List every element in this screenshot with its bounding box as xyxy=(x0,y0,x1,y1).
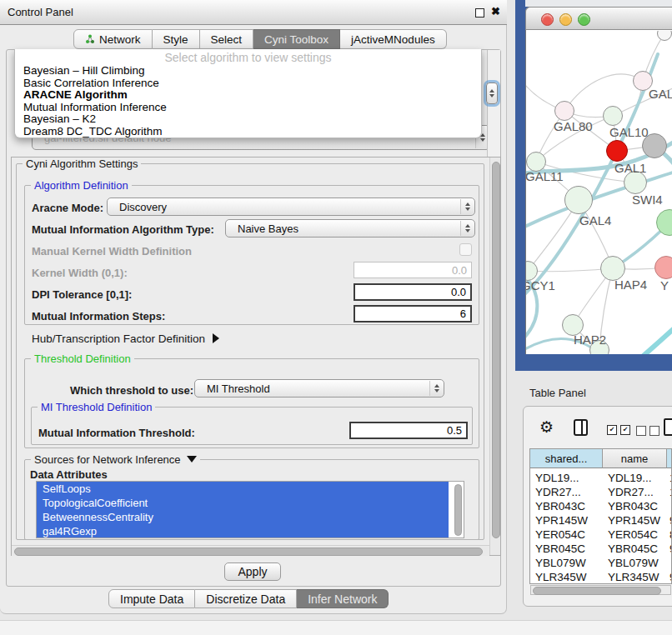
list-item[interactable]: SelfLoops xyxy=(37,482,449,496)
checked-boxes-icon[interactable]: ✔✔ xyxy=(607,425,630,435)
table-row[interactable]: YIL052CYIL052C9 xyxy=(530,579,672,584)
control-panel-window: Control Panel ✖ Network Style Select Cyn… xyxy=(0,0,507,614)
network-window-titlebar[interactable] xyxy=(525,7,672,30)
table-row[interactable]: YBL079WYBL079W xyxy=(530,556,672,570)
manual-kernel-checkbox[interactable] xyxy=(459,243,472,256)
status-strip xyxy=(0,620,672,635)
dropdown-item[interactable]: Basic Correlation Inference xyxy=(15,78,481,90)
table-panel-title: Table Panel xyxy=(529,387,586,399)
tab-network[interactable]: Network xyxy=(73,29,153,49)
settings-vertical-scrollbar[interactable] xyxy=(489,158,500,555)
node-label: GAL80 xyxy=(554,119,593,133)
node-label: HAP2 xyxy=(574,332,606,347)
mi-steps-field[interactable]: 6 xyxy=(354,305,472,322)
column-header-partial[interactable] xyxy=(667,449,672,468)
hub-definition-section[interactable]: Hub/Transcription Factor Definition xyxy=(32,332,219,345)
minimize-traffic-icon[interactable] xyxy=(559,13,572,26)
unchecked-boxes-icon[interactable] xyxy=(636,426,659,436)
desktop-top-strip xyxy=(525,0,672,7)
dropdown-placeholder: Select algorithm to view settings xyxy=(15,49,481,65)
list-scrollbar-thumb[interactable] xyxy=(454,484,462,536)
group-title: Threshold Definition xyxy=(31,352,134,365)
node-label: GAL1 xyxy=(614,161,646,175)
which-threshold-label: Which threshold to use: xyxy=(70,384,193,397)
node-label: SWI4 xyxy=(632,192,663,207)
network-node[interactable] xyxy=(564,186,593,214)
dropdown-item[interactable]: Mutual Information Inference xyxy=(15,102,481,114)
list-item[interactable]: TopologicalCoefficient xyxy=(37,496,449,510)
data-attributes-list[interactable]: SelfLoops TopologicalCoefficient Between… xyxy=(36,481,464,538)
scrollbar-thumb[interactable] xyxy=(533,587,661,595)
table-row[interactable]: YBR045CYBR045C9. xyxy=(530,542,672,556)
list-item[interactable]: gal4RGexp xyxy=(37,524,449,538)
network-node-selected[interactable] xyxy=(606,140,628,162)
column-header-shared-name[interactable]: shared... xyxy=(530,449,603,468)
group-title: Cyni Algorithm Settings xyxy=(23,158,141,170)
table-row[interactable]: YER054CYER054C8. xyxy=(530,528,672,542)
tab-impute-data[interactable]: Impute Data xyxy=(108,589,195,608)
sources-group-title[interactable]: Sources for Network Inference xyxy=(31,453,200,466)
mi-threshold-label: Mutual Information Threshold: xyxy=(38,427,195,439)
list-item[interactable]: BetweennessCentrality xyxy=(37,510,449,524)
node-label: HAP4 xyxy=(614,278,647,292)
manual-kernel-label: Manual Kernel Width Definition xyxy=(32,245,192,258)
combo-stepper-icon xyxy=(460,221,474,236)
gear-icon[interactable]: ⚙ xyxy=(539,418,554,437)
bottom-tab-bar: Impute Data Discretize Data Infer Networ… xyxy=(108,589,389,608)
network-node[interactable] xyxy=(654,256,672,279)
group-title: MI Threshold Definition xyxy=(38,401,155,413)
close-icon[interactable]: ✖ xyxy=(491,5,500,18)
split-pane-icon[interactable] xyxy=(574,419,588,436)
tab-discretize-data[interactable]: Discretize Data xyxy=(195,589,297,608)
dropdown-item-selected[interactable]: ARACNE Algorithm xyxy=(15,89,481,102)
tab-jactivemnodules[interactable]: jActiveMNodules xyxy=(340,29,447,49)
top-tab-bar: Network Style Select Cyni Toolbox jActiv… xyxy=(73,29,447,49)
focused-combo-stepper[interactable] xyxy=(486,82,498,104)
apply-button[interactable]: Apply xyxy=(224,562,281,581)
node-label: GCY1 xyxy=(526,278,555,292)
mi-type-combo[interactable]: Naive Bayes xyxy=(225,219,475,238)
network-node[interactable] xyxy=(603,106,623,126)
window-title: Control Panel xyxy=(8,6,73,18)
document-icon[interactable] xyxy=(664,418,672,436)
settings-horizontal-scrollbar[interactable] xyxy=(12,545,489,556)
close-traffic-icon[interactable] xyxy=(541,13,554,26)
table-row[interactable]: YDR27...YDR27...12 xyxy=(530,485,672,499)
dpi-tolerance-field[interactable]: 0.0 xyxy=(354,283,472,301)
network-node[interactable] xyxy=(554,101,574,121)
combo-stepper-icon xyxy=(460,199,474,214)
which-threshold-combo[interactable]: MI Threshold xyxy=(194,379,444,398)
table-row[interactable]: YPR145WYPR145W9. xyxy=(530,513,672,528)
tab-style[interactable]: Style xyxy=(153,29,200,49)
dropdown-item[interactable]: Bayesian – K2 xyxy=(15,113,481,126)
dropdown-item[interactable]: Dream8 DC_TDC Algorithm xyxy=(15,126,481,138)
algorithm-dropdown-list: Select algorithm to view settings Bayesi… xyxy=(14,49,482,138)
collapse-arrow-icon[interactable] xyxy=(187,456,197,462)
aracne-mode-label: Aracne Mode: xyxy=(32,202,103,214)
node-table[interactable]: shared... name YDL19...YDL19...13 YDR27.… xyxy=(529,448,672,584)
tab-select[interactable]: Select xyxy=(200,29,254,49)
mi-steps-label: Mutual Information Steps: xyxy=(32,310,165,322)
network-canvas[interactable]: GAL GAL80 GAL10 GAL1 GAL11 SWI4 GAL4 GCY… xyxy=(526,31,672,354)
scrollbar-thumb[interactable] xyxy=(14,548,483,556)
kernel-width-field[interactable]: 0.0 xyxy=(354,262,472,278)
tab-cyni-toolbox[interactable]: Cyni Toolbox xyxy=(253,29,340,49)
aracne-mode-combo[interactable]: Discovery xyxy=(107,198,475,216)
node-label: GAL xyxy=(649,87,672,101)
tab-infer-network[interactable]: Infer Network xyxy=(297,589,389,608)
float-window-icon[interactable] xyxy=(475,8,484,18)
expand-arrow-icon[interactable] xyxy=(213,333,219,343)
table-horizontal-scrollbar[interactable] xyxy=(530,585,671,595)
scrollbar-thumb[interactable] xyxy=(492,162,500,538)
table-row[interactable]: YBR043CYBR043C xyxy=(530,499,672,513)
mi-type-label: Mutual Information Algorithm Type: xyxy=(32,223,214,236)
network-icon xyxy=(85,34,95,44)
dropdown-item[interactable]: Bayesian – Hill Climbing xyxy=(15,65,481,78)
group-title: Algorithm Definition xyxy=(31,179,132,192)
column-header-name[interactable]: name xyxy=(603,449,667,468)
node-label: GAL10 xyxy=(609,125,649,139)
table-row[interactable]: YDL19...YDL19...13 xyxy=(530,471,672,485)
dpi-tolerance-label: DPI Tolerance [0,1]: xyxy=(32,288,132,301)
zoom-traffic-icon[interactable] xyxy=(578,13,590,26)
mi-threshold-field[interactable]: 0.5 xyxy=(349,422,468,439)
